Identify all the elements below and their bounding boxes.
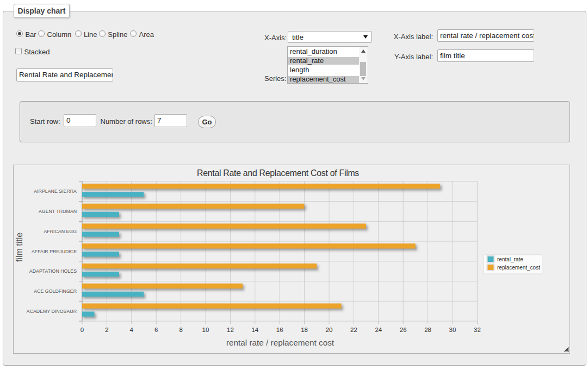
svg-text:30: 30 [449,327,456,333]
svg-text:film title: film title [15,233,24,262]
svg-text:ACADEMY DINOSAUR: ACADEMY DINOSAUR [27,309,77,314]
svg-text:rental rate / replacement cost: rental rate / replacement cost [226,338,335,347]
svg-text:18: 18 [301,327,308,333]
svg-text:2: 2 [105,327,108,333]
svg-text:AFRICAN EGG: AFRICAN EGG [44,229,77,234]
svg-text:AIRPLANE SIERRA: AIRPLANE SIERRA [34,189,77,194]
svg-text:8: 8 [179,327,182,333]
svg-text:6: 6 [154,327,158,333]
svg-text:16: 16 [276,327,283,333]
svg-text:10: 10 [202,327,209,333]
svg-text:Rental Rate and Replacement Co: Rental Rate and Replacement Cost of Film… [197,168,359,178]
svg-text:replacement_cost: replacement_cost [497,265,540,271]
svg-text:AGENT TRUMAN: AGENT TRUMAN [39,209,77,214]
svg-text:4: 4 [130,327,134,333]
svg-text:28: 28 [424,327,431,333]
svg-text:24: 24 [375,327,382,333]
svg-text:20: 20 [326,327,333,333]
svg-text:0: 0 [81,327,84,333]
svg-text:14: 14 [251,327,258,333]
svg-text:rental_rate: rental_rate [497,256,523,262]
svg-text:26: 26 [400,327,407,333]
svg-text:ACE GOLDFINGER: ACE GOLDFINGER [34,289,77,294]
svg-text:22: 22 [350,327,357,333]
svg-text:32: 32 [474,327,481,333]
svg-text:12: 12 [227,327,234,333]
svg-text:ADAPTATION HOLES: ADAPTATION HOLES [29,268,77,274]
svg-text:AFFAIR PREJUDICE: AFFAIR PREJUDICE [32,249,77,254]
